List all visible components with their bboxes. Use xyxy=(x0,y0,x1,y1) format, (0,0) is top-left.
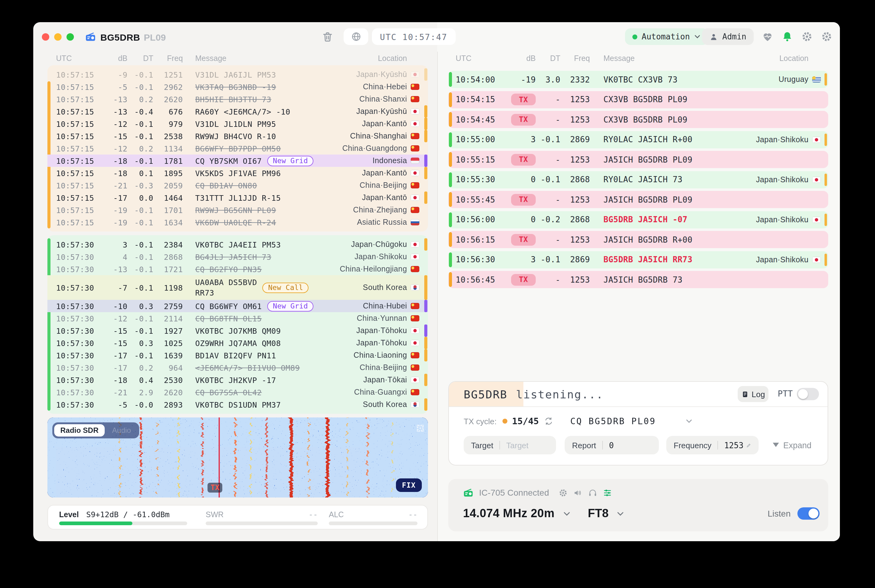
close-window-button[interactable] xyxy=(42,33,49,40)
frequency-input[interactable]: 1253 xyxy=(724,441,743,450)
pencil-edit-icon[interactable] xyxy=(747,442,751,448)
fix-button[interactable]: FIX xyxy=(396,478,422,492)
target-field[interactable]: Target Target xyxy=(464,436,556,454)
cycle-swap-icon[interactable] xyxy=(544,417,553,426)
listen-toggle[interactable] xyxy=(797,507,819,520)
decode-row[interactable]: 10:57:15-120.21134BG6WFY BD7PDP OM50Chin… xyxy=(47,142,428,154)
zoom-window-button[interactable] xyxy=(66,33,74,40)
frequency-field[interactable]: Frequency 1253 xyxy=(666,436,759,454)
chevron-down-icon[interactable] xyxy=(563,510,570,518)
decode-row[interactable]: 10:57:15-19-0.11701RW9WJ BG5GNN PL09Chin… xyxy=(47,204,428,216)
chevron-down-icon[interactable] xyxy=(617,510,625,518)
notifications-bell-icon[interactable] xyxy=(781,30,794,43)
rig-settings-gear-icon[interactable] xyxy=(558,488,567,497)
decode-row[interactable]: 10:57:15-15-0.12538RW9WJ BH4CVO R-10Chin… xyxy=(47,130,428,142)
tab-audio[interactable]: Audio xyxy=(106,424,137,436)
decode-row[interactable]: 10:57:15-130.22620BH5HIE BH3TTU 73China·… xyxy=(47,93,428,105)
minimize-window-button[interactable] xyxy=(54,33,62,40)
automation-dropdown[interactable]: Automation xyxy=(625,28,708,45)
speaker-icon[interactable] xyxy=(573,488,582,497)
cell-utc: 10:57:30 xyxy=(56,283,101,292)
cell-db: -9 xyxy=(101,70,128,79)
decode-row[interactable]: 10:57:30-12-0.12114CQ BG8TFN OL15China·Y… xyxy=(47,312,428,324)
cq-message-select[interactable]: CQ BG5DRB PL09 xyxy=(570,416,656,426)
cell-db: -15 xyxy=(101,338,128,348)
decode-row[interactable]: 10:57:15-18-0.11781CQ YB7SKM OI67New Gri… xyxy=(47,154,428,167)
decode-row[interactable]: 10:57:30-17-0.11639BD1AV BI2QFV PN11Chin… xyxy=(47,349,428,362)
report-field[interactable]: Report 0 xyxy=(565,436,659,454)
decode-row[interactable]: 10:57:303-0.12384VK0TBC JA4EII PM53Japan… xyxy=(47,238,428,250)
level-meter: Level S9+12dB / -61.0dBm xyxy=(59,510,187,525)
cell-utc: 10:57:15 xyxy=(56,119,101,128)
decode-row[interactable]: 10:57:15-170.01464T31TTT JL1JJD R-15Japa… xyxy=(47,192,428,204)
row-marker xyxy=(424,192,427,204)
decode-row[interactable]: 10:57:15-180.11895VK5KDS JF1VAE PM96Japa… xyxy=(47,167,428,179)
qso-row[interactable]: 10:55:003-0.12869RY0LAC JA5ICH R+00Japan… xyxy=(448,131,828,148)
target-input[interactable]: Target xyxy=(506,441,528,450)
qso-row[interactable]: 10:56:45TX-1253JA5ICH BG5DRB 73 xyxy=(448,271,828,288)
qso-row[interactable]: 10:54:00-193.02332VK0TBC CX3VB 73Uruguay xyxy=(448,71,828,88)
qso-row[interactable]: 10:55:300-0.12868RY0LAC JA5ICH 73Japan·S… xyxy=(448,171,828,188)
decode-row[interactable]: 10:57:15-13-0.4676RA60Y <JE6MCA/7> -10Ja… xyxy=(47,105,428,118)
message-text: BG6WFY BD7PDP OM50 xyxy=(195,144,281,153)
level-value: S9+12dB / -61.0dBm xyxy=(86,510,170,519)
expand-button[interactable]: Expand xyxy=(773,441,812,450)
cell-freq: 1639 xyxy=(153,351,183,360)
clear-decodes-button[interactable] xyxy=(320,30,335,44)
cell-freq: 2962 xyxy=(153,82,183,92)
waterfall-display[interactable]: Radio SDR Audio TX FIX xyxy=(47,417,428,498)
message-text: VK3TAQ BG3NBD -19 xyxy=(195,82,276,92)
qso-row[interactable]: 10:56:15TX-1253JA5ICH BG5DRB R+00 xyxy=(448,231,828,248)
cell-location: South Korea xyxy=(363,283,407,292)
decode-row[interactable]: 10:57:30-150.31025OZ9WRH JQ7AMA QM08Japa… xyxy=(47,337,428,349)
headphones-icon[interactable] xyxy=(588,488,597,497)
cell-dt: -0.0 xyxy=(128,400,153,409)
admin-user-button[interactable]: Admin xyxy=(702,28,754,45)
cell-location: Japan·Shikoku xyxy=(756,215,809,224)
row-marker xyxy=(424,238,427,250)
qso-row[interactable]: 10:55:45TX-1253JA5ICH BG5DRB PL09 xyxy=(448,191,828,208)
qso-row[interactable]: 10:54:15TX-1253CX3VB BG5DRB PL09 xyxy=(448,91,828,108)
decode-row[interactable]: 10:57:30-180.42530VK0TBC JH2KVP -17Japan… xyxy=(47,374,428,386)
decode-row[interactable]: 10:57:30-7-0.11198UA0ABA DS5BVDRR73New C… xyxy=(47,275,428,300)
language-button[interactable] xyxy=(344,28,368,45)
band-frequency-select[interactable]: 14.074 MHz 20m xyxy=(463,507,554,520)
qso-row[interactable]: 10:56:303-0.12869BG5DRB JA5ICH RR73Japan… xyxy=(448,251,828,268)
app-settings-gear-icon[interactable] xyxy=(800,30,813,43)
mode-select[interactable]: FT8 xyxy=(588,507,609,520)
status-callsign: BG5DRB xyxy=(464,388,507,400)
qso-row[interactable]: 10:55:15TX-1253JA5ICH BG5DRB PL09 xyxy=(448,151,828,168)
chevron-down-icon[interactable] xyxy=(685,417,693,425)
decode-row[interactable]: 10:57:30-170.2964<JE6MCA/7> BI1VUO OM89C… xyxy=(47,362,428,374)
audio-sliders-icon[interactable] xyxy=(603,488,612,497)
report-input[interactable]: 0 xyxy=(609,441,614,450)
row-marker xyxy=(824,133,827,146)
decode-row[interactable]: 10:57:15-21-0.32059CQ BD1AV ON80China·Be… xyxy=(47,179,428,192)
cell-dt: -0.1 xyxy=(128,70,153,79)
decode-row[interactable]: 10:57:15-19-0.11634VK6DW UA0LQE R-24Asia… xyxy=(47,216,428,228)
qso-row[interactable]: 10:56:000-0.22868BG5DRB JA5ICH -07Japan·… xyxy=(448,211,828,228)
decode-row[interactable]: 10:57:15-5-0.12962VK3TAQ BG3NBD -19China… xyxy=(47,81,428,93)
decode-row[interactable]: 10:57:30-13-0.11721CQ BG2FYO PN35China·H… xyxy=(47,263,428,275)
message-text: UA0ABA DS5BVD xyxy=(195,277,257,288)
cell-message: RY0LAC JA5ICH R+00 xyxy=(603,135,692,144)
system-settings-gear-icon[interactable] xyxy=(820,30,833,43)
health-monitor-button[interactable] xyxy=(761,30,774,43)
decode-row[interactable]: 10:57:304-0.12868BG4JLJ JA5ICH 73Japan·S… xyxy=(47,250,428,263)
log-button[interactable]: Log xyxy=(738,386,768,402)
decode-row[interactable]: 10:57:30-15-0.11927VK0TBC JO7KMB QM09Jap… xyxy=(47,324,428,337)
tab-radio-sdr[interactable]: Radio SDR xyxy=(54,424,105,436)
decode-row[interactable]: 10:57:30-212.92620CQ BG7SSA OL42China·Gu… xyxy=(47,386,428,398)
decode-row[interactable]: 10:57:30-100.32759CQ BG6WFY OM61New Grid… xyxy=(47,300,428,312)
decode-row[interactable]: 10:57:15-12-0.1979V31DL JL1DLN PM95Japan… xyxy=(47,118,428,130)
cell-utc: 10:57:30 xyxy=(56,375,101,384)
ptt-toggle[interactable] xyxy=(797,388,819,400)
qso-row[interactable]: 10:54:45TX-1253CX3VB BG5DRB PL09 xyxy=(448,111,828,128)
decode-row[interactable]: 10:57:30-5-0.02893VK0TBC DS1UDN PM37Sout… xyxy=(47,398,428,411)
cell-utc: 10:56:30 xyxy=(456,255,504,264)
decode-row[interactable]: 10:57:15-9-0.11251V31DL JA6IJL PM53Japan… xyxy=(47,68,428,81)
tx-control-card: BG5DRB listening... Log PTT TX cycle: 15… xyxy=(448,381,828,465)
cell-freq: 2868 xyxy=(560,175,590,184)
message-text: CQ BG2FYO PN35 xyxy=(195,264,262,274)
message-text: CX3VB BG5DRB PL09 xyxy=(603,95,687,104)
